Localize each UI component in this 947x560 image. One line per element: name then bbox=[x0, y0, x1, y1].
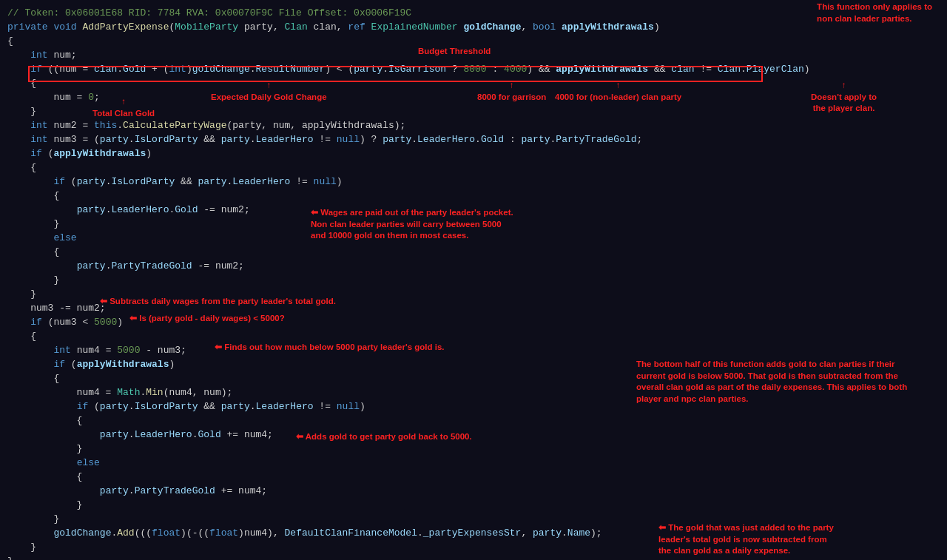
code-line-header: // Token: 0x06001E68 RID: 7784 RVA: 0x00… bbox=[0, 6, 947, 20]
annotation-adds-gold: ⬅ Adds gold to get party gold back to 50… bbox=[296, 431, 472, 443]
code-line-close9: } bbox=[0, 498, 947, 512]
annotation-final-note: ⬅ The gold that was just added to the pa… bbox=[658, 522, 932, 557]
annotation-8000: ↑8000 for garrison bbox=[477, 80, 546, 103]
code-line-open9: { bbox=[0, 470, 947, 484]
code-line-open8: { bbox=[0, 414, 947, 428]
annotation-wages: ⬅ Wages are paid out of the party leader… bbox=[311, 207, 513, 242]
code-container: // Token: 0x06001E68 RID: 7784 RVA: 0x00… bbox=[0, 0, 947, 560]
code-line-open3: { bbox=[0, 161, 947, 175]
code-line-num2: int num2 = this.CalculatePartyWage(party… bbox=[0, 118, 947, 132]
code-line-gold-add: party.LeaderHero.Gold += num4; bbox=[0, 428, 947, 442]
code-line-close5: } bbox=[0, 273, 947, 287]
code-line-else2: else bbox=[0, 456, 947, 470]
code-line-num3: int num3 = (party.IsLordParty && party.L… bbox=[0, 132, 947, 146]
code-line-open5: { bbox=[0, 245, 947, 259]
code-line-trade-gold1: party.PartyTradeGold -= num2; bbox=[0, 259, 947, 273]
code-line-signature: private void AddPartyExpense(MobileParty… bbox=[0, 20, 947, 34]
annotation-is-party-gold: ⬅ Is (party gold - daily wages) < 5000? bbox=[129, 313, 285, 325]
code-line-if-lord: if (party.IsLordParty && party.LeaderHer… bbox=[0, 175, 947, 189]
code-line-close8: } bbox=[0, 442, 947, 456]
code-line-if-condition: if ((num = clan.Gold + (int)goldChange.R… bbox=[0, 62, 947, 76]
code-line-trade-gold2: party.PartyTradeGold += num4; bbox=[0, 484, 947, 498]
code-line-open4: { bbox=[0, 189, 947, 203]
header-comment: // Token: 0x06001E68 RID: 7784 RVA: 0x00… bbox=[7, 6, 411, 20]
annotation-subtracts: ⬅ Subtracts daily wages from the party l… bbox=[100, 296, 336, 308]
code-line-if-apply: if (applyWithdrawals) bbox=[0, 146, 947, 161]
annotation-expected-daily: ↑Expected Daily Gold Change bbox=[211, 80, 327, 103]
annotation-no-player: ↑Doesn't apply tothe player clan. bbox=[811, 80, 877, 115]
code-line-open6: { bbox=[0, 329, 947, 343]
annotation-finds-out: ⬅ Finds out how much below 5000 party le… bbox=[215, 342, 445, 354]
annotation-top-right: This function only applies tonon clan le… bbox=[817, 1, 932, 24]
annotation-bottom-half: The bottom half of this function adds go… bbox=[636, 359, 932, 405]
code-line-open2: { bbox=[0, 76, 947, 90]
annotation-4000: ↑4000 for (non-leader) clan party bbox=[555, 80, 681, 103]
code-line-num4: int num4 = 5000 - num3; bbox=[0, 343, 947, 357]
annotation-total-clan-gold: ↑Total Clan Gold bbox=[92, 96, 155, 119]
annotation-budget-threshold: Budget Threshold bbox=[418, 46, 491, 58]
